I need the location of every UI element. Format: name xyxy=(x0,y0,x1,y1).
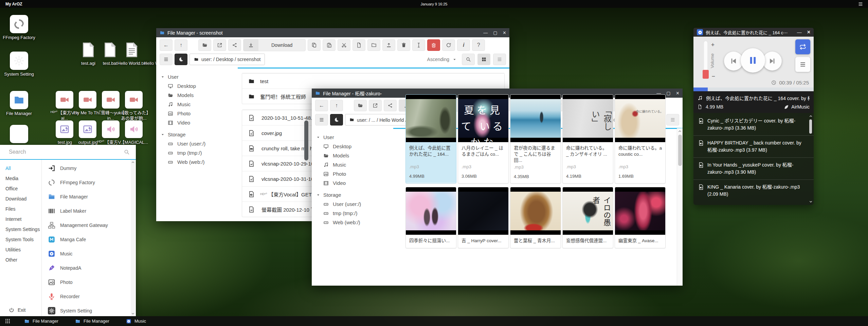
minimize-button[interactable]: — xyxy=(797,30,802,35)
new-file-button[interactable] xyxy=(352,39,365,51)
desktop-video-file[interactable]: 【歌ってみた】あの夏が飽... xyxy=(119,91,149,121)
sort-dropdown[interactable]: Ascending xyxy=(424,57,459,62)
category-item[interactable]: System Settings xyxy=(0,224,41,234)
taskbar-app[interactable]: File Manager xyxy=(75,319,112,324)
sidebar-item[interactable]: Models xyxy=(161,91,238,100)
desktop-media-file[interactable]: 【MAGICAL... xyxy=(119,120,149,145)
scroll-down-icon[interactable] xyxy=(131,312,135,315)
sidebar-item[interactable]: Video xyxy=(317,178,393,188)
sidebar-item[interactable]: Desktop xyxy=(317,142,393,151)
sidebar-section-user[interactable]: User xyxy=(317,133,393,142)
grid-scrollbar[interactable] xyxy=(677,128,683,286)
path-field[interactable]: user: / Desktop / screenshot xyxy=(189,54,265,65)
close-button[interactable]: × xyxy=(676,91,679,96)
brand-label[interactable]: My ArOZ xyxy=(5,2,22,6)
sidebar-section-user[interactable]: User xyxy=(161,72,238,81)
file-row[interactable]: test xyxy=(242,73,504,89)
sidebar-section-storage[interactable]: Storage xyxy=(161,130,238,139)
sidebar-toggle-button[interactable] xyxy=(160,54,173,65)
scroll-down-icon[interactable] xyxy=(809,200,813,204)
up-button[interactable]: ↑ xyxy=(330,100,343,111)
open-button[interactable] xyxy=(354,100,367,111)
queue-button[interactable] xyxy=(795,57,810,72)
open-external-button[interactable] xyxy=(369,100,382,111)
file-tile[interactable]: 君が夜の海に還るまで _ こんにちは谷田... .mp3 4.35MB xyxy=(510,94,561,184)
volume-plus[interactable]: + xyxy=(711,41,715,48)
file-tile[interactable]: 命に嫌われている。 命に嫌われている。acoustic co... .mp3 1… xyxy=(615,94,666,184)
playlist-item[interactable]: In Your Hands _ yusukeP cover. by 柘榴-zak… xyxy=(693,158,814,180)
taskbar-app[interactable]: File Manager xyxy=(24,319,61,324)
app-list-item[interactable]: Music xyxy=(42,247,136,261)
hamburger-menu-icon[interactable] xyxy=(858,1,863,7)
maximize-button[interactable]: ▢ xyxy=(666,91,670,95)
category-item[interactable]: System Tools xyxy=(0,234,41,245)
volume-minus[interactable]: − xyxy=(712,73,715,80)
airmusic-button[interactable]: AirMusic xyxy=(784,104,810,110)
playlist-item[interactable]: Cynic _ ポリスピカデリー cover. by 柘榴-zakuro-.mp… xyxy=(693,114,814,136)
category-item[interactable]: Media xyxy=(0,173,41,184)
sidebar-item[interactable]: Models xyxy=(317,151,393,160)
desktop-launcher[interactable]: FFmpeg Factory xyxy=(3,15,35,40)
search-input[interactable] xyxy=(0,145,136,159)
new-folder-button[interactable] xyxy=(367,39,380,51)
sidebar-item[interactable]: Photo xyxy=(317,169,393,178)
scroll-up-icon[interactable] xyxy=(809,114,813,118)
minimize-button[interactable]: — xyxy=(483,31,488,35)
grid-view-button[interactable] xyxy=(477,54,490,65)
open-button[interactable] xyxy=(198,39,211,51)
bin-button[interactable] xyxy=(397,39,410,51)
scrollbar-thumb[interactable] xyxy=(678,135,682,166)
app-list-item[interactable]: Photo xyxy=(42,275,136,289)
open-external-button[interactable] xyxy=(213,39,226,51)
back-button[interactable]: ← xyxy=(315,100,328,111)
close-button[interactable]: × xyxy=(503,30,506,36)
dark-mode-button[interactable] xyxy=(330,114,343,126)
file-list-scrollbar[interactable] xyxy=(304,120,308,160)
next-track-button[interactable] xyxy=(763,52,782,71)
rename-button[interactable] xyxy=(412,39,425,51)
playlist-scrollbar[interactable] xyxy=(809,114,813,204)
info-button[interactable]: i xyxy=(457,39,470,51)
sidebar-section-storage[interactable]: Storage xyxy=(317,190,393,199)
app-list-item[interactable]: Manga Cafe xyxy=(42,232,136,247)
app-list-item[interactable]: NotepadA xyxy=(42,261,136,275)
category-item[interactable]: Utilities xyxy=(0,245,41,255)
file-tile[interactable]: 幽霊東京 _ Avase... xyxy=(615,187,666,248)
sidebar-mount-item[interactable]: User (user:/) xyxy=(317,199,393,209)
category-item[interactable]: Internet xyxy=(0,214,41,224)
window-titlebar[interactable]: File Manager - screenshot —▢× xyxy=(156,28,509,37)
file-tile[interactable]: イロの愚者 妄想感傷代償連盟... xyxy=(562,187,613,248)
app-list-item[interactable]: File Manager xyxy=(42,190,136,204)
exit-button[interactable]: Exit xyxy=(9,307,25,313)
scrollbar-thumb[interactable] xyxy=(809,119,812,134)
list-view-button[interactable] xyxy=(666,114,679,126)
category-item[interactable]: Files xyxy=(0,204,41,214)
dark-mode-button[interactable] xyxy=(175,54,187,65)
category-item[interactable]: All xyxy=(0,163,41,173)
file-tile[interactable]: 夏を見て いるかな 八月のレイニー _ はるまきごはん co... .mp3 3… xyxy=(458,94,509,184)
sidebar-mount-item[interactable]: Web (web:/) xyxy=(317,218,393,227)
previous-track-button[interactable] xyxy=(724,52,743,71)
app-list-item[interactable]: Label Maker xyxy=(42,204,136,218)
file-tile[interactable]: 「寂しい」 命に嫌われている。 _ カンザキイオリ ... .mp3 4.19M… xyxy=(562,94,613,184)
share-button[interactable] xyxy=(384,100,397,111)
sidebar-item[interactable]: Photo xyxy=(161,109,238,118)
sidebar-mount-item[interactable]: User (user:/) xyxy=(161,139,238,148)
progress-bar[interactable] xyxy=(693,88,814,91)
sidebar-mount-item[interactable]: Web (web:/) xyxy=(161,157,238,167)
paste-button[interactable] xyxy=(323,39,336,51)
delete-button[interactable] xyxy=(427,39,440,51)
scroll-up-icon[interactable] xyxy=(678,129,682,133)
sidebar-item[interactable]: Desktop xyxy=(161,81,238,91)
scroll-up-icon[interactable] xyxy=(131,160,135,164)
playlist-item[interactable]: KING _ Kanaria cover. by 柘榴-zakuro-.mp3 … xyxy=(693,180,814,202)
desktop-launcher[interactable]: File Manager xyxy=(3,91,35,116)
maximize-button[interactable]: ▢ xyxy=(493,31,497,35)
category-item[interactable]: Office xyxy=(0,184,41,194)
desktop-launcher[interactable]: System Setting xyxy=(3,52,35,77)
refresh-button[interactable] xyxy=(442,39,455,51)
player-titlebar[interactable]: 例えば、今此処に置かれた花に _ 164 c⋯ —× xyxy=(693,28,814,37)
file-tile[interactable]: 四季折々に揺蕩い... xyxy=(405,187,456,248)
file-tile[interactable]: 蕾と葉桜 _ 青木月... xyxy=(510,187,561,248)
copy-button[interactable] xyxy=(308,39,321,51)
